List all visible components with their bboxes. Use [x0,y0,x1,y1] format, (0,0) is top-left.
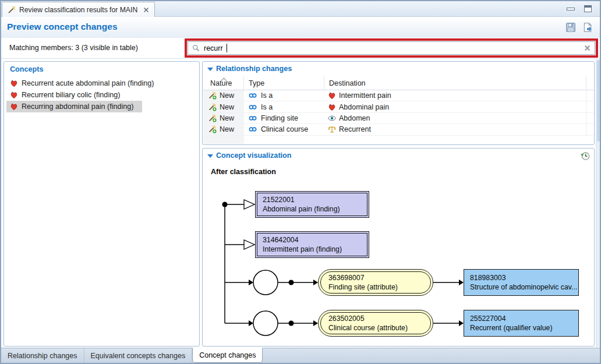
maximize-icon[interactable] [584,5,592,12]
save-icon[interactable] [565,22,576,33]
table-body: New Is a Intermittent pain [203,90,593,136]
relationship-changes-header[interactable]: Relationship changes [203,62,594,75]
column-label: Type [249,79,264,87]
wand-plus-icon [208,103,217,111]
type-value: Finding site [261,114,298,122]
text-cursor [227,44,227,52]
tab-label: Concept changes [199,351,256,359]
export-icon[interactable] [582,22,593,33]
concept-id: 363698007 [328,273,430,282]
type-value: Is a [261,91,273,100]
concept-term: Intermittent pain (finding) [263,245,367,254]
clinical-finding-icon [10,79,18,87]
qualifier-value-icon [328,125,336,133]
isa-link-icon [249,114,257,122]
page-title: Preview concept changes [7,22,118,32]
editor-tabbar: Review classification results for MAIN [1,1,600,17]
minimize-icon[interactable] [567,8,575,10]
search-highlight-annotation: recurr [185,38,598,58]
destination-value: Abdomen [339,114,370,122]
concept-id: 263502005 [328,314,430,323]
tab-relationship-changes[interactable]: Relationship changes [1,348,84,363]
table-header: Nature Type Destination [203,76,593,90]
concepts-panel-title: Concepts [4,62,199,76]
concept-label: Recurring abdominal pain (finding) [22,103,134,111]
column-header-filler [586,76,593,90]
concept-label: Recurrent acute abdominal pain (finding) [22,79,154,87]
concept-list-item[interactable]: Recurrent acute abdominal pain (finding) [6,77,162,89]
isa-link-icon [249,125,257,133]
wand-icon [8,6,16,14]
form-header: Preview concept changes [1,17,600,38]
isa-link-icon [249,103,257,111]
concept-list-item-selected[interactable]: Recurring abdominal pain (finding) [6,101,142,112]
table-row[interactable]: New Clinical course [203,124,593,135]
column-header-nature[interactable]: Nature [203,76,244,90]
attribute-node-finding-site[interactable]: 363698007 Finding site (attribute) [318,269,433,296]
column-label: Destination [329,79,366,87]
clinical-finding-icon [328,91,336,100]
concept-id: 818983003 [470,273,578,282]
application-window: Review classification results for MAIN P… [0,0,601,364]
concept-id: 255227004 [470,314,578,323]
search-input-value[interactable]: recurr [204,44,223,52]
editor-tab-title: Review classification results for MAIN [19,6,137,14]
isa-link-icon [249,91,257,100]
clinical-finding-icon [10,91,18,99]
destination-value: Recurrent [339,125,371,133]
nature-value: New [220,91,234,100]
clinical-finding-icon [10,103,18,111]
concept-diagram: 21522001 Abdominal pain (finding) 314642… [203,149,594,346]
concept-term: Finding site (attribute) [328,282,430,292]
editor-tab-review-classification[interactable]: Review classification results for MAIN [2,2,155,17]
vertical-scrollbar[interactable] [596,59,600,347]
nature-value: New [220,125,234,133]
relationship-changes-panel: Relationship changes Nature Type Destina… [202,61,595,145]
tab-label: Relationship changes [8,352,77,360]
tab-concept-changes[interactable]: Concept changes [192,348,263,363]
filter-toolbar: Matching members: 3 (3 visible in table)… [1,38,600,59]
concept-visualization-panel: Concept visualization After classificati… [202,148,595,347]
concept-node-abdominal-pain[interactable]: 21522001 Abdominal pain (finding) [255,191,369,218]
search-input[interactable]: recurr [188,41,595,55]
body-structure-icon [328,114,336,122]
matching-members-label: Matching members: 3 (3 visible in table) [9,44,138,52]
concept-term: Clinical course (attribute) [328,323,430,333]
attribute-node-clinical-course[interactable]: 263502005 Clinical course (attribute) [318,310,433,337]
value-node-structure-of-abdominopelvic-cavity[interactable]: 818983003 Structure of abdominopelvic ca… [464,269,579,296]
clear-search-icon[interactable] [584,45,591,51]
column-header-destination[interactable]: Destination [324,76,586,90]
close-tab-icon[interactable] [143,7,149,13]
table-row[interactable]: New Is a Abdominal pain [203,101,593,112]
value-node-recurrent[interactable]: 255227004 Recurrent (qualifier value) [464,310,579,337]
type-value: Is a [261,103,273,111]
table-row[interactable]: New Is a Intermittent pain [203,90,593,101]
destination-value: Abdominal pain [339,103,389,111]
concepts-list: Recurrent acute abdominal pain (finding)… [4,76,199,114]
column-header-type[interactable]: Type [244,76,324,90]
concept-id: 21522001 [263,195,367,204]
scrollbar-thumb[interactable] [597,60,600,142]
concept-term: Recurrent (qualifier value) [470,323,578,333]
search-icon [192,44,200,52]
wand-plus-icon [208,91,217,100]
concept-term: Structure of abdominopelvic cav... [470,282,578,292]
wand-plus-icon [208,125,217,133]
collapse-triangle-icon [207,67,213,72]
type-value: Clinical course [261,125,308,133]
table-row[interactable]: New Finding site Abdomen [203,113,593,124]
tab-equivalent-concepts-changes[interactable]: Equivalent concepts changes [84,348,193,363]
concept-id: 314642004 [263,235,367,245]
nature-value: New [220,114,234,122]
clinical-finding-icon [328,103,336,111]
destination-value: Intermittent pain [339,91,391,100]
concept-term: Abdominal pain (finding) [263,204,367,214]
nature-value: New [220,103,234,111]
bottom-tabbar: Relationship changes Equivalent concepts… [1,348,600,363]
window-controls [567,5,592,12]
concepts-panel: Concepts Recurrent acute abdominal pain … [3,61,200,347]
wand-plus-icon [208,114,217,122]
relationship-changes-title: Relationship changes [216,65,292,73]
concept-node-intermittent-pain[interactable]: 314642004 Intermittent pain (finding) [255,231,369,258]
concept-list-item[interactable]: Recurrent biliary colic (finding) [6,89,128,101]
